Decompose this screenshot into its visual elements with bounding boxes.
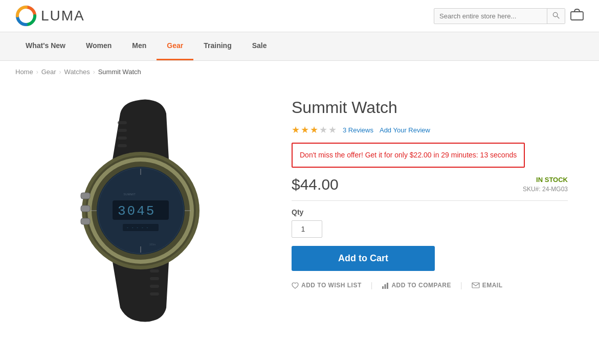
divider xyxy=(292,200,568,201)
compare-icon xyxy=(382,282,389,289)
nav-women[interactable]: Women xyxy=(76,32,122,60)
breadcrumb-current: Summit Watch xyxy=(98,68,141,76)
breadcrumb-home[interactable]: Home xyxy=(15,68,33,76)
offer-text: Don't miss the offer! Get it for only $2… xyxy=(300,150,517,161)
svg-text:100m: 100m xyxy=(149,243,156,246)
search-input[interactable] xyxy=(434,9,547,23)
main-nav: What's New Women Men Gear Training Sale xyxy=(0,32,599,61)
star-5: ★ xyxy=(328,124,337,135)
logo[interactable]: LUMA xyxy=(15,5,85,27)
qty-label: Qty xyxy=(292,208,568,216)
product-page: 3045 - - - - - SUMMIT 100m Summit Watch xyxy=(0,83,583,349)
search-button[interactable] xyxy=(547,9,565,24)
star-4: ★ xyxy=(319,124,327,135)
sku-label: SKU#: xyxy=(523,186,541,193)
product-sku: SKU#: 24-MG03 xyxy=(523,186,568,193)
add-to-wishlist-link[interactable]: ADD TO WISH LIST xyxy=(292,282,362,289)
logo-icon xyxy=(15,5,37,27)
search-box xyxy=(434,8,565,24)
action-links: ADD TO WISH LIST | ADD TO COMPARE | EMAI… xyxy=(292,281,568,289)
svg-rect-8 xyxy=(118,144,127,147)
rating-row: ★ ★ ★ ★ ★ 3 Reviews Add Your Review xyxy=(292,124,568,135)
svg-rect-4 xyxy=(571,12,583,20)
search-icon xyxy=(552,12,560,19)
stock-info: IN STOCK SKU#: 24-MG03 xyxy=(523,176,568,193)
svg-point-1 xyxy=(22,12,30,20)
nav-sale[interactable]: Sale xyxy=(242,32,277,60)
add-to-cart-button[interactable]: Add to Cart xyxy=(292,246,435,271)
nav-training[interactable]: Training xyxy=(193,32,241,60)
product-title: Summit Watch xyxy=(292,98,568,117)
svg-rect-12 xyxy=(150,292,159,295)
stock-status: IN STOCK xyxy=(523,176,568,184)
star-2: ★ xyxy=(301,124,309,135)
sku-value: 24-MG03 xyxy=(542,186,568,193)
offer-box: Don't miss the offer! Get it for only $2… xyxy=(292,143,525,168)
email-icon xyxy=(472,282,480,288)
watch-svg: 3045 - - - - - SUMMIT 100m xyxy=(41,93,235,328)
product-info: Summit Watch ★ ★ ★ ★ ★ 3 Reviews Add You… xyxy=(292,93,568,328)
svg-rect-18 xyxy=(81,218,90,224)
action-sep-2: | xyxy=(460,281,462,289)
svg-text:- - - - -: - - - - - xyxy=(126,225,148,230)
star-1: ★ xyxy=(292,124,300,135)
breadcrumb-watches[interactable]: Watches xyxy=(64,68,90,76)
site-header: LUMA xyxy=(0,0,599,32)
add-to-compare-link[interactable]: ADD TO COMPARE xyxy=(382,282,451,289)
product-image: 3045 - - - - - SUMMIT 100m xyxy=(41,93,235,328)
logo-text: LUMA xyxy=(41,8,85,24)
cart-icon[interactable] xyxy=(570,9,584,24)
reviews-link[interactable]: 3 Reviews xyxy=(343,126,373,134)
product-price: $44.00 xyxy=(292,176,339,193)
svg-rect-31 xyxy=(382,286,384,289)
svg-rect-10 xyxy=(150,277,159,280)
svg-rect-32 xyxy=(385,284,386,289)
svg-rect-17 xyxy=(81,206,90,212)
svg-point-2 xyxy=(553,12,557,16)
svg-rect-16 xyxy=(81,193,90,199)
product-image-section: 3045 - - - - - SUMMIT 100m xyxy=(15,93,261,328)
svg-rect-34 xyxy=(472,283,479,288)
nav-gear[interactable]: Gear xyxy=(157,32,193,60)
svg-rect-33 xyxy=(387,283,388,289)
svg-text:SUMMIT: SUMMIT xyxy=(123,193,136,196)
breadcrumb-sep-1: › xyxy=(36,69,38,76)
svg-text:3045: 3045 xyxy=(118,203,156,219)
header-actions xyxy=(434,8,584,24)
svg-rect-5 xyxy=(118,121,127,124)
heart-icon xyxy=(292,282,299,289)
svg-line-3 xyxy=(557,16,559,18)
add-review-link[interactable]: Add Your Review xyxy=(380,126,430,134)
breadcrumb-gear[interactable]: Gear xyxy=(41,68,56,76)
breadcrumb: Home › Gear › Watches › Summit Watch xyxy=(0,61,599,83)
svg-rect-7 xyxy=(118,136,127,140)
nav-men[interactable]: Men xyxy=(122,32,157,60)
qty-input[interactable] xyxy=(292,220,322,238)
email-link[interactable]: EMAIL xyxy=(472,282,503,289)
breadcrumb-sep-3: › xyxy=(93,69,95,76)
svg-rect-6 xyxy=(118,129,127,132)
action-sep-1: | xyxy=(371,281,373,289)
breadcrumb-sep-2: › xyxy=(59,69,61,76)
nav-whats-new[interactable]: What's New xyxy=(15,32,76,60)
price-stock-row: $44.00 IN STOCK SKU#: 24-MG03 xyxy=(292,176,568,193)
star-rating: ★ ★ ★ ★ ★ xyxy=(292,124,337,135)
svg-rect-11 xyxy=(150,285,159,288)
star-3: ★ xyxy=(310,124,318,135)
svg-rect-9 xyxy=(150,269,159,272)
